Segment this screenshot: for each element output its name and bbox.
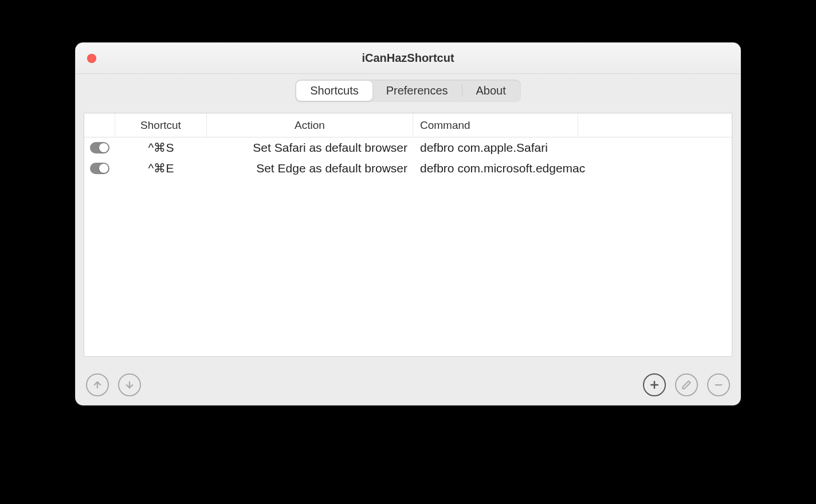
arrow-down-icon: [124, 380, 135, 390]
cell-shortcut: ^⌘E: [115, 162, 207, 175]
move-down-button[interactable]: [118, 373, 141, 396]
column-header-toggle[interactable]: [84, 113, 115, 137]
close-window-button[interactable]: [87, 54, 96, 63]
column-header-shortcut[interactable]: Shortcut: [115, 113, 207, 137]
table-row[interactable]: ^⌘S Set Safari as default browser defbro…: [84, 137, 732, 158]
toggle-knob: [99, 164, 108, 173]
arrow-up-icon: [92, 380, 103, 390]
tab-about[interactable]: About: [462, 81, 520, 101]
tab-bar: Shortcuts Preferences About: [76, 74, 740, 107]
cell-action: Set Safari as default browser: [207, 141, 413, 155]
cell-toggle: [84, 163, 115, 174]
enabled-toggle[interactable]: [90, 142, 109, 153]
table-row[interactable]: ^⌘E Set Edge as default browser defbro c…: [84, 158, 732, 179]
content-area: Shortcut Action Command ^⌘S Set Safari a…: [76, 107, 740, 365]
add-button[interactable]: [643, 373, 666, 396]
table-body: ^⌘S Set Safari as default browser defbro…: [84, 137, 732, 179]
toggle-knob: [99, 143, 108, 152]
column-header-action[interactable]: Action: [207, 113, 413, 137]
cell-command: defbro com.microsoft.edgemac: [413, 162, 732, 175]
shortcuts-table: Shortcut Action Command ^⌘S Set Safari a…: [84, 113, 732, 357]
column-header-action-label: Action: [295, 119, 325, 132]
edit-button[interactable]: [675, 373, 698, 396]
plus-icon: [649, 379, 660, 391]
column-header-shortcut-label: Shortcut: [140, 119, 181, 132]
column-header-command[interactable]: Command: [413, 113, 578, 137]
cell-toggle: [84, 142, 115, 153]
segmented-control: Shortcuts Preferences About: [295, 80, 521, 102]
app-window: iCanHazShortcut Shortcuts Preferences Ab…: [75, 42, 741, 405]
tab-preferences[interactable]: Preferences: [372, 81, 462, 101]
pencil-icon: [681, 380, 692, 390]
window-title: iCanHazShortcut: [76, 52, 740, 65]
bottom-toolbar: [76, 365, 740, 405]
traffic-lights: [87, 54, 96, 63]
column-header-command-label: Command: [420, 119, 470, 132]
minus-icon: [713, 380, 724, 390]
remove-button[interactable]: [707, 373, 730, 396]
tab-shortcuts[interactable]: Shortcuts: [296, 81, 372, 101]
titlebar: iCanHazShortcut: [76, 43, 740, 74]
table-header: Shortcut Action Command: [84, 113, 732, 137]
cell-shortcut: ^⌘S: [115, 141, 207, 155]
cell-command: defbro com.apple.Safari: [413, 141, 732, 155]
move-up-button[interactable]: [86, 373, 109, 396]
enabled-toggle[interactable]: [90, 163, 109, 174]
cell-action: Set Edge as default browser: [207, 162, 413, 175]
